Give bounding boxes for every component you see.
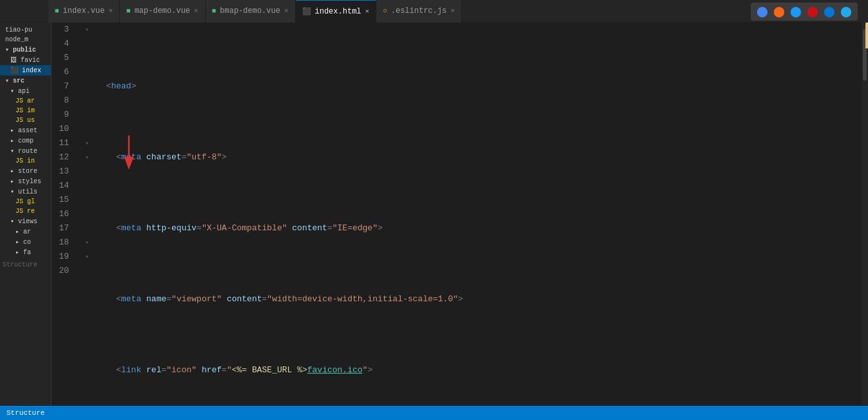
html-icon: ⬛ (302, 7, 311, 15)
line-num-13: 13 (52, 165, 74, 179)
tab-map-demo-vue[interactable]: ■ map-demo.vue × (120, 0, 206, 23)
gutter-17 (81, 221, 93, 235)
sidebar-item-favic[interactable]: 🖼 favic (0, 55, 51, 65)
line-num-16: 16 (52, 207, 74, 221)
sidebar-item-re[interactable]: JS re (0, 206, 51, 216)
sidebar-item-styles[interactable]: ▸ styles (0, 176, 51, 186)
gutter-9 (81, 108, 93, 122)
line-num-10: 10 (52, 122, 74, 136)
sidebar-item-route[interactable]: ▾ route (0, 146, 51, 156)
gutter-20 (81, 264, 93, 278)
gutter: ▾ ▾ ▾ ▾ ▾ (81, 23, 93, 406)
sidebar-item-in[interactable]: JS in (0, 156, 51, 166)
gutter-5 (81, 51, 93, 65)
line-num-6: 6 (52, 65, 74, 79)
sidebar-item-comp[interactable]: ▸ comp (0, 135, 51, 146)
sidebar-item-store[interactable]: ▸ store (0, 166, 51, 176)
gutter-14 (81, 179, 93, 193)
sidebar-item-public[interactable]: ▾ public (0, 45, 51, 55)
gutter-8 (81, 94, 93, 108)
sidebar-item-utils[interactable]: ▾ utils (0, 186, 51, 197)
code-line-4: <meta charset="utf-8"> (96, 150, 862, 165)
line-num-7: 7 (52, 79, 74, 94)
edge-icon[interactable]: ⬤ (823, 5, 836, 18)
tag-open: < (96, 79, 111, 94)
line-num-19: 19 (52, 250, 74, 264)
sidebar-item-ar2[interactable]: ▸ ar (0, 226, 51, 237)
tag-name: head (111, 79, 131, 94)
tab-label: index.vue (63, 6, 105, 15)
ie-icon[interactable]: ⬤ (840, 5, 853, 18)
tab-index-html[interactable]: ⬛ index.html × (296, 0, 377, 23)
gutter-19[interactable]: ▾ (81, 250, 93, 264)
line-num-9: 9 (52, 108, 74, 122)
code-line-5: <meta http-equiv="X-UA-Compatible" conte… (96, 221, 862, 235)
sidebar-item-fa[interactable]: ▸ fa (0, 247, 51, 257)
gutter-10 (81, 122, 93, 136)
sidebar-item-us[interactable]: JS us (0, 115, 51, 125)
close-icon[interactable]: × (450, 7, 455, 15)
sidebar-item-views[interactable]: ▾ views (0, 216, 51, 226)
browser-icons: ⬤ ⬤ ⬤ ⬤ ⬤ ⬤ (751, 3, 858, 21)
sidebar-item-api[interactable]: ▾ api (0, 86, 51, 96)
gutter-11[interactable]: ▾ (81, 136, 93, 150)
line-num-8: 8 (52, 94, 74, 108)
chrome-icon[interactable]: ⬤ (756, 5, 769, 18)
firefox-icon[interactable]: ⬤ (773, 5, 786, 18)
tab-index-vue[interactable]: ■ index.vue × (48, 0, 120, 23)
code-content[interactable]: <head> <meta charset="utf-8"> <meta http… (93, 23, 862, 406)
sidebar-item-src[interactable]: ▾ src (0, 75, 51, 86)
safari-icon[interactable]: ⬤ (789, 5, 802, 18)
code-line-6: <meta name="viewport" content="width=dev… (96, 292, 862, 306)
close-icon[interactable]: × (108, 7, 113, 15)
line-num-18: 18 (52, 235, 74, 250)
gutter-15 (81, 193, 93, 207)
tab-eslintrc-js[interactable]: ○ .eslintrc.js × (376, 0, 462, 23)
tab-bmap-demo-vue[interactable]: ■ bmap-demo.vue × (206, 0, 296, 23)
sidebar-item-gl[interactable]: JS gl (0, 197, 51, 206)
sidebar-item-index[interactable]: ⬛ index (0, 65, 51, 75)
gutter-3[interactable]: ▾ (81, 23, 93, 37)
tab-bar: ■ index.vue × ■ map-demo.vue × ■ bmap-de… (0, 0, 868, 23)
gutter-12[interactable]: ▾ (81, 150, 93, 165)
gutter-18[interactable]: ▾ (81, 235, 93, 250)
sidebar-item-tiao-pu[interactable]: tiao-pu (0, 25, 51, 35)
line-num-5: 5 (52, 51, 74, 65)
close-icon[interactable]: × (194, 7, 198, 15)
line-num-3: 3 (52, 23, 74, 37)
line-num-11: 11 (52, 136, 74, 150)
scrollbar-track[interactable] (862, 23, 868, 406)
gutter-6 (81, 65, 93, 79)
gutter-7 (81, 79, 93, 94)
sidebar-item-im[interactable]: JS im (0, 106, 51, 115)
line-numbers: 3 4 5 6 7 8 9 10 11 12 13 14 15 16 17 18… (52, 23, 81, 406)
vue-icon: ■ (126, 7, 131, 15)
line-num-15: 15 (52, 193, 74, 207)
line-num-4: 4 (52, 37, 74, 51)
sidebar-item-ar[interactable]: JS ar (0, 96, 51, 106)
sidebar-item-node-m[interactable]: node_m (0, 35, 51, 45)
status-structure: Structure (6, 409, 44, 417)
tab-label: index.html (315, 7, 362, 16)
tab-label: bmap-demo.vue (220, 6, 280, 15)
status-left: Structure (6, 409, 44, 417)
opera-icon[interactable]: ⬤ (806, 5, 819, 18)
line-num-14: 14 (52, 179, 74, 193)
vue-icon: ■ (55, 7, 59, 15)
gutter-16 (81, 207, 93, 221)
sidebar-item-asset[interactable]: ▸ asset (0, 125, 51, 135)
line-num-12: 12 (52, 150, 74, 165)
close-icon[interactable]: × (365, 8, 370, 15)
close-icon[interactable]: × (284, 7, 289, 15)
gutter-4 (81, 37, 93, 51)
line-num-20: 20 (52, 264, 74, 278)
status-bar: Structure (0, 406, 868, 420)
editor-area[interactable]: 3 4 5 6 7 8 9 10 11 12 13 14 15 16 17 18… (52, 23, 868, 406)
tab-label: .eslintrc.js (391, 6, 447, 15)
code-line-7: <link rel="icon" href="<%= BASE_URL %>fa… (96, 363, 862, 377)
vue-icon: ■ (212, 7, 217, 15)
line-num-17: 17 (52, 221, 74, 235)
js-icon: ○ (383, 7, 387, 15)
sidebar-item-co[interactable]: ▸ co (0, 237, 51, 247)
sidebar: tiao-pu node_m ▾ public 🖼 favic ⬛ index … (0, 23, 52, 406)
